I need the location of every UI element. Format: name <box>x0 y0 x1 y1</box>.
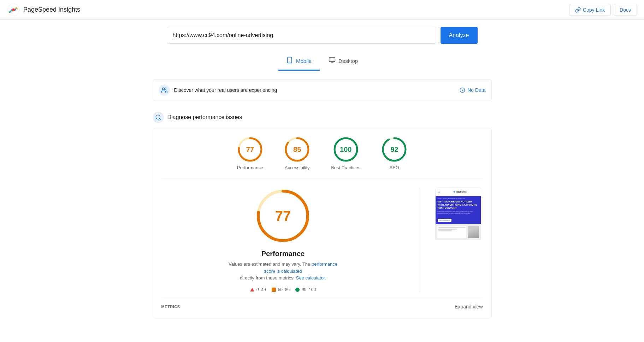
tab-desktop[interactable]: Desktop <box>320 52 366 71</box>
info-icon <box>460 87 465 93</box>
best-practices-score: 100 <box>340 146 351 154</box>
info-bar-left: Discover what your real users are experi… <box>159 84 277 96</box>
info-bar-message: Discover what your real users are experi… <box>174 87 277 93</box>
tabs-section: Mobile Desktop <box>153 52 492 71</box>
score-item-accessibility[interactable]: 85 Accessibility <box>284 137 310 170</box>
detail-divider <box>419 188 419 292</box>
best-practices-label: Best Practices <box>331 165 360 170</box>
legend-row: 0–49 50–89 90–100 <box>250 287 316 292</box>
screenshot-thumbnail: ≡ ⊕ INSURANCE ADVERTISING MANAGEMENT SER… <box>435 188 481 240</box>
screenshot-services-label: ADVERTISING MANAGEMENT SERVICES <box>438 197 479 199</box>
big-performance-score: 77 <box>275 208 291 224</box>
performance-label: Performance <box>237 165 263 170</box>
performance-circle: 77 <box>237 137 263 162</box>
tab-mobile[interactable]: Mobile <box>278 52 320 71</box>
big-performance-circle: 77 <box>255 188 311 244</box>
accessibility-label: Accessibility <box>285 165 310 170</box>
legend-item-average: 50–89 <box>272 287 290 292</box>
score-item-best-practices[interactable]: 100 Best Practices <box>331 137 360 170</box>
best-practices-circle: 100 <box>333 137 359 162</box>
legend-item-poor: 0–49 <box>250 287 266 292</box>
detail-right: ≡ ⊕ INSURANCE ADVERTISING MANAGEMENT SER… <box>433 188 483 292</box>
app-title: PageSpeed Insights <box>23 6 80 13</box>
detail-title: Performance <box>261 250 305 258</box>
screenshot-logo: ⊕ INSURANCE <box>442 190 479 193</box>
diagnose-title: Diagnose performance issues <box>167 114 242 120</box>
docs-button[interactable]: Docs <box>614 4 637 16</box>
score-circles-row: 77 Performance 85 Accessibility <box>161 137 483 179</box>
seo-circle: 92 <box>382 137 407 162</box>
svg-point-1 <box>12 8 15 11</box>
screenshot-body: Reach new customers and Meet all our cor… <box>438 211 479 214</box>
link-icon <box>575 7 581 13</box>
average-range: 50–89 <box>278 287 290 292</box>
accessibility-circle: 85 <box>284 137 310 162</box>
info-bar-right: No Data <box>460 87 485 93</box>
users-icon <box>159 84 170 96</box>
screenshot-headline: GET YOUR BRAND NOTICED WITH ADVERTISING … <box>438 200 479 210</box>
tab-desktop-label: Desktop <box>338 58 358 64</box>
diagnose-section: Diagnose performance issues 77 Performan… <box>153 107 492 318</box>
pagespeed-logo-icon <box>7 4 20 16</box>
url-input[interactable] <box>167 27 436 44</box>
header: PageSpeed Insights Copy Link Docs <box>0 0 644 20</box>
detail-desc: Values are estimated and may vary. The p… <box>226 261 339 282</box>
svg-point-7 <box>162 88 164 90</box>
screenshot-top-bar: ≡ ⊕ INSURANCE <box>436 188 481 196</box>
svg-rect-4 <box>329 58 335 62</box>
mobile-icon <box>286 57 293 65</box>
seo-score: 92 <box>390 146 398 154</box>
detail-left: 77 Performance Values are estimated and … <box>161 188 405 292</box>
url-bar-section: Analyze <box>153 27 492 44</box>
desc-text1: Values are estimated and may vary. The <box>229 261 310 267</box>
detail-section: 77 Performance Values are estimated and … <box>161 188 483 292</box>
legend-item-good: 90–100 <box>295 287 316 292</box>
tab-mobile-label: Mobile <box>296 58 312 64</box>
score-item-seo[interactable]: 92 SEO <box>382 137 407 170</box>
header-left: PageSpeed Insights <box>7 4 80 16</box>
desktop-icon <box>329 57 336 65</box>
screenshot-cta: Start Advertising <box>438 219 451 222</box>
copy-link-button[interactable]: Copy Link <box>569 4 611 16</box>
analyze-button[interactable]: Analyze <box>441 27 478 44</box>
poor-triangle-icon <box>250 288 254 291</box>
main-content: Analyze Mobile Desktop <box>146 20 499 331</box>
seo-label: SEO <box>390 165 399 170</box>
diagnose-icon <box>153 112 164 123</box>
screenshot-menu-icon: ≡ <box>438 189 440 194</box>
poor-range: 0–49 <box>256 287 266 292</box>
calculator-link[interactable]: See calculator. <box>296 275 326 281</box>
good-range: 90–100 <box>302 287 316 292</box>
accessibility-score: 85 <box>293 146 301 154</box>
score-card: 77 Performance 85 Accessibility <box>153 128 492 318</box>
metrics-label: METRICS <box>161 305 180 309</box>
metrics-footer: METRICS Expand view <box>161 298 483 309</box>
header-right: Copy Link Docs <box>569 4 637 16</box>
info-bar: Discover what your real users are experi… <box>153 79 492 101</box>
info-bar-status: No Data <box>467 87 485 93</box>
average-square-icon <box>272 288 276 292</box>
desc-text2: directly from these metrics. <box>240 275 295 281</box>
expand-view-link[interactable]: Expand view <box>455 304 483 309</box>
score-item-performance[interactable]: 77 Performance <box>237 137 263 170</box>
performance-score: 77 <box>246 146 254 154</box>
diagnose-header: Diagnose performance issues <box>153 107 492 128</box>
good-circle-icon <box>295 288 300 292</box>
svg-line-12 <box>159 118 160 119</box>
